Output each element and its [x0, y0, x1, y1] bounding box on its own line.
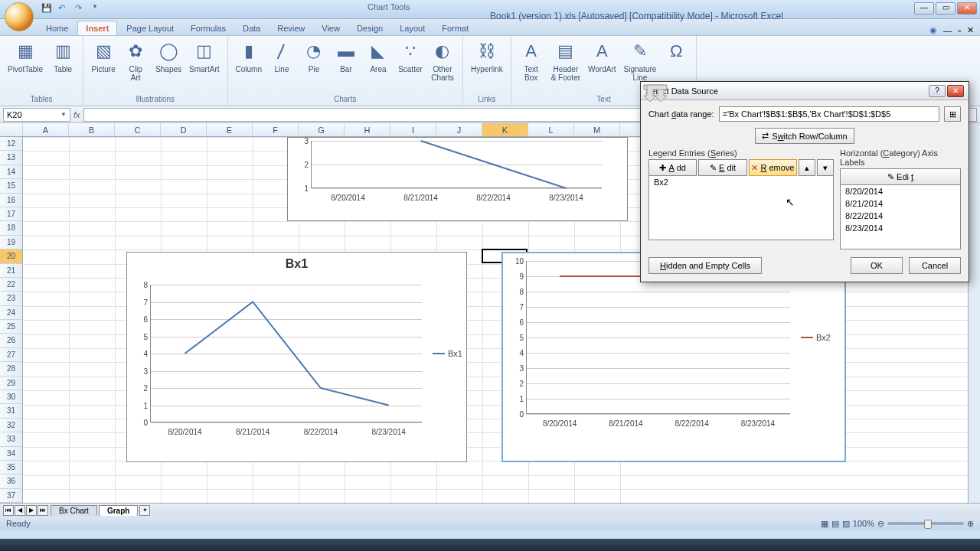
picture-button[interactable]: ▧Picture — [88, 37, 119, 75]
move-down-button[interactable]: ▾ — [817, 159, 834, 176]
column-header[interactable]: F — [253, 123, 299, 136]
column-header[interactable]: M — [574, 123, 620, 136]
row-header[interactable]: 23 — [0, 292, 22, 305]
column-header[interactable]: H — [345, 123, 390, 136]
tab-review[interactable]: Review — [270, 21, 312, 35]
series-listbox[interactable]: Bx2 — [648, 176, 834, 240]
ok-button[interactable]: OK — [851, 257, 903, 274]
edit-category-button[interactable]: ✎Edit — [840, 168, 961, 185]
list-item[interactable]: 8/23/2014 — [841, 222, 960, 234]
row-header[interactable]: 35 — [0, 461, 22, 474]
row-header[interactable]: 32 — [0, 419, 22, 432]
name-box[interactable]: K20 ▼ — [3, 108, 70, 122]
row-header[interactable]: 36 — [0, 474, 22, 488]
maximize-button[interactable]: ▭ — [936, 2, 956, 15]
prev-sheet-button[interactable]: ◀ — [15, 505, 25, 516]
add-series-button[interactable]: ✚Add — [648, 159, 697, 176]
ribbon-minimize-icon[interactable]: — — [943, 26, 952, 35]
chart-range-input[interactable] — [719, 106, 939, 122]
row-header[interactable]: 28 — [0, 362, 22, 376]
header-button[interactable]: ▤Header& Footer — [548, 37, 583, 83]
list-item[interactable]: 8/20/2014 — [841, 185, 960, 197]
row-header[interactable]: 37 — [0, 489, 22, 503]
list-item[interactable]: Bx2 — [649, 176, 833, 188]
row-header[interactable]: 21 — [0, 264, 22, 278]
row-header[interactable]: 19 — [0, 236, 22, 249]
pivottable-button[interactable]: ▦PivotTable — [5, 37, 46, 75]
line-button[interactable]: 〳Line — [266, 37, 297, 75]
range-collapse-button[interactable]: ⊞ — [944, 106, 961, 122]
sheet-tab[interactable]: Graph — [99, 505, 138, 516]
row-header[interactable]: 25 — [0, 320, 22, 334]
minimize-button[interactable]: — — [914, 2, 934, 15]
signature-button[interactable]: ✎SignatureLine — [621, 37, 660, 83]
row-header[interactable]: 17 — [0, 207, 22, 221]
fx-icon[interactable]: fx — [74, 110, 80, 119]
column-header[interactable]: K — [482, 123, 528, 136]
row-header[interactable]: 34 — [0, 447, 22, 461]
switch-row-column-button[interactable]: ⇄Switch Row/Column — [755, 128, 854, 144]
pie-button[interactable]: ◔Pie — [299, 37, 329, 75]
close-button[interactable]: ✕ — [957, 2, 977, 15]
chevron-down-icon[interactable]: ▼ — [60, 111, 67, 118]
row-header[interactable]: 27 — [0, 348, 22, 362]
save-icon[interactable]: 💾 — [41, 3, 54, 15]
new-sheet-button[interactable]: ✦ — [139, 505, 150, 516]
zoom-out-button[interactable]: ⊖ — [877, 519, 884, 529]
hidden-empty-cells-button[interactable]: Hidden and Empty Cells — [648, 257, 762, 274]
column-header[interactable]: C — [115, 123, 161, 136]
scatter-button[interactable]: ∵Scatter — [395, 37, 426, 75]
view-break-icon[interactable]: ▨ — [842, 519, 850, 529]
first-sheet-button[interactable]: ⏮ — [3, 505, 14, 516]
row-header[interactable]: 29 — [0, 377, 22, 390]
cancel-button[interactable]: Cancel — [909, 257, 961, 274]
smartart-button[interactable]: ◫SmartArt — [186, 37, 222, 75]
row-header[interactable]: 14 — [0, 165, 22, 179]
table-button[interactable]: ▥Table — [47, 37, 78, 75]
tab-design[interactable]: Design — [349, 21, 390, 35]
clip-button[interactable]: ✿ClipArt — [120, 37, 151, 83]
sheet-tab[interactable]: Bx Chart — [51, 505, 97, 516]
other-button[interactable]: ◐OtherCharts — [427, 37, 458, 83]
row-header[interactable]: 16 — [0, 194, 22, 207]
-button[interactable]: Ω — [661, 37, 691, 65]
row-header[interactable]: 26 — [0, 334, 22, 347]
redo-icon[interactable]: ↷ — [75, 3, 87, 15]
tab-insert[interactable]: Insert — [77, 21, 117, 35]
tab-view[interactable]: View — [314, 21, 348, 35]
column-header[interactable]: E — [207, 123, 253, 136]
restore-icon[interactable]: ▫ — [958, 26, 961, 35]
column-header[interactable]: G — [299, 123, 345, 136]
row-header[interactable]: 13 — [0, 151, 22, 165]
view-layout-icon[interactable]: ▤ — [831, 519, 839, 529]
row-header[interactable]: 31 — [0, 404, 22, 418]
tab-page-layout[interactable]: Page Layout — [119, 21, 181, 35]
edit-series-button[interactable]: ✎Edit — [698, 159, 746, 176]
list-item[interactable]: 8/21/2014 — [841, 197, 960, 210]
hyperlink-button[interactable]: ⛓Hyperlink — [468, 37, 506, 75]
category-listbox[interactable]: 8/20/20148/21/20148/22/20148/23/2014 — [840, 185, 961, 249]
column-header[interactable]: B — [69, 123, 115, 136]
tab-home[interactable]: Home — [38, 21, 76, 35]
column-header[interactable]: I — [390, 123, 436, 136]
wordart-button[interactable]: AWordArt — [585, 37, 619, 75]
zoom-level[interactable]: 100% — [853, 519, 874, 528]
dialog-close-button[interactable]: ✕ — [947, 85, 964, 97]
chart-top[interactable]: 1238/20/20148/21/20148/22/20148/23/2014 — [287, 137, 628, 221]
tab-format[interactable]: Format — [434, 21, 476, 35]
row-header[interactable]: 22 — [0, 278, 22, 292]
column-button[interactable]: ▮Column — [233, 37, 265, 75]
remove-series-button[interactable]: ✕Remove — [749, 159, 797, 176]
view-normal-icon[interactable]: ▦ — [821, 519, 828, 529]
zoom-in-button[interactable]: ⊕ — [967, 519, 974, 529]
column-header[interactable]: L — [528, 123, 574, 136]
area-button[interactable]: ◣Area — [363, 37, 394, 75]
text-button[interactable]: ATextBox — [516, 37, 547, 83]
qat-menu-icon[interactable]: ▼ — [92, 3, 104, 15]
bar-button[interactable]: ▬Bar — [331, 37, 361, 75]
undo-icon[interactable]: ↶ — [58, 3, 70, 15]
move-up-button[interactable]: ▴ — [799, 159, 815, 176]
row-header[interactable]: 15 — [0, 179, 22, 193]
row-header[interactable]: 20 — [0, 249, 22, 263]
help-icon[interactable]: ◉ — [929, 25, 937, 35]
